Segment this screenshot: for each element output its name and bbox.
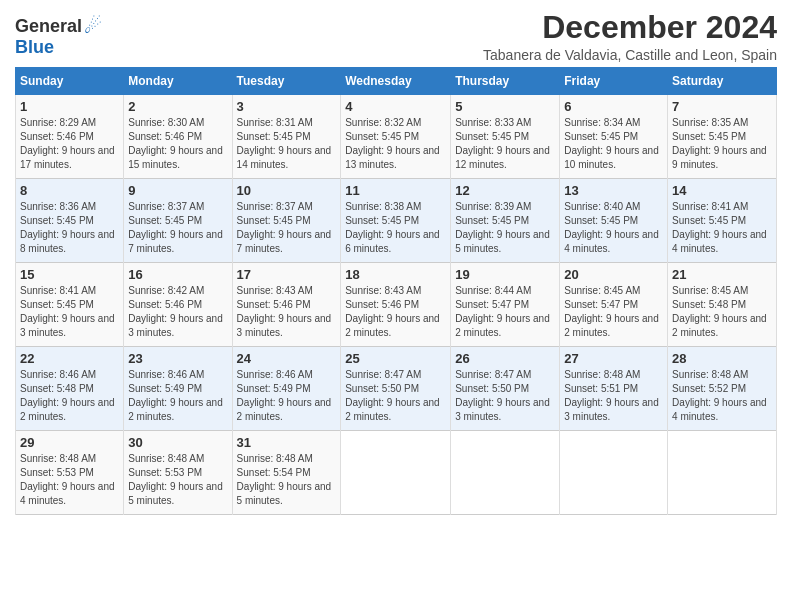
table-row: 25 Sunrise: 8:47 AMSunset: 5:50 PMDaylig… <box>341 347 451 431</box>
col-sunday: Sunday <box>16 68 124 95</box>
logo-general-text: General <box>15 17 82 35</box>
table-row: 12 Sunrise: 8:39 AMSunset: 5:45 PMDaylig… <box>451 179 560 263</box>
table-row: 15 Sunrise: 8:41 AMSunset: 5:45 PMDaylig… <box>16 263 124 347</box>
day-detail: Sunrise: 8:37 AMSunset: 5:45 PMDaylight:… <box>237 201 332 254</box>
table-row: 19 Sunrise: 8:44 AMSunset: 5:47 PMDaylig… <box>451 263 560 347</box>
table-row: 21 Sunrise: 8:45 AMSunset: 5:48 PMDaylig… <box>668 263 777 347</box>
col-friday: Friday <box>560 68 668 95</box>
title-area: December 2024 Tabanera de Valdavia, Cast… <box>483 10 777 63</box>
day-number: 18 <box>345 267 446 282</box>
table-row: 20 Sunrise: 8:45 AMSunset: 5:47 PMDaylig… <box>560 263 668 347</box>
day-detail: Sunrise: 8:40 AMSunset: 5:45 PMDaylight:… <box>564 201 659 254</box>
table-row: 14 Sunrise: 8:41 AMSunset: 5:45 PMDaylig… <box>668 179 777 263</box>
day-detail: Sunrise: 8:46 AMSunset: 5:49 PMDaylight:… <box>237 369 332 422</box>
day-number: 17 <box>237 267 337 282</box>
day-detail: Sunrise: 8:32 AMSunset: 5:45 PMDaylight:… <box>345 117 440 170</box>
col-monday: Monday <box>124 68 232 95</box>
day-detail: Sunrise: 8:30 AMSunset: 5:46 PMDaylight:… <box>128 117 223 170</box>
day-number: 26 <box>455 351 555 366</box>
day-number: 30 <box>128 435 227 450</box>
table-row: 29 Sunrise: 8:48 AMSunset: 5:53 PMDaylig… <box>16 431 124 515</box>
table-row: 13 Sunrise: 8:40 AMSunset: 5:45 PMDaylig… <box>560 179 668 263</box>
calendar-row: 29 Sunrise: 8:48 AMSunset: 5:53 PMDaylig… <box>16 431 777 515</box>
col-tuesday: Tuesday <box>232 68 341 95</box>
day-number: 31 <box>237 435 337 450</box>
day-number: 20 <box>564 267 663 282</box>
day-number: 16 <box>128 267 227 282</box>
page-header: General ☄ Blue December 2024 Tabanera de… <box>15 10 777 63</box>
table-row <box>341 431 451 515</box>
day-detail: Sunrise: 8:48 AMSunset: 5:52 PMDaylight:… <box>672 369 767 422</box>
day-number: 13 <box>564 183 663 198</box>
table-row: 2 Sunrise: 8:30 AMSunset: 5:46 PMDayligh… <box>124 95 232 179</box>
day-number: 6 <box>564 99 663 114</box>
table-row: 6 Sunrise: 8:34 AMSunset: 5:45 PMDayligh… <box>560 95 668 179</box>
day-detail: Sunrise: 8:46 AMSunset: 5:48 PMDaylight:… <box>20 369 115 422</box>
calendar-row: 15 Sunrise: 8:41 AMSunset: 5:45 PMDaylig… <box>16 263 777 347</box>
day-detail: Sunrise: 8:42 AMSunset: 5:46 PMDaylight:… <box>128 285 223 338</box>
location-title: Tabanera de Valdavia, Castille and Leon,… <box>483 47 777 63</box>
table-row: 3 Sunrise: 8:31 AMSunset: 5:45 PMDayligh… <box>232 95 341 179</box>
logo-bird-icon: ☄ <box>84 14 102 38</box>
day-detail: Sunrise: 8:34 AMSunset: 5:45 PMDaylight:… <box>564 117 659 170</box>
table-row: 5 Sunrise: 8:33 AMSunset: 5:45 PMDayligh… <box>451 95 560 179</box>
day-detail: Sunrise: 8:29 AMSunset: 5:46 PMDaylight:… <box>20 117 115 170</box>
day-number: 11 <box>345 183 446 198</box>
day-detail: Sunrise: 8:48 AMSunset: 5:51 PMDaylight:… <box>564 369 659 422</box>
day-number: 22 <box>20 351 119 366</box>
day-number: 24 <box>237 351 337 366</box>
day-number: 1 <box>20 99 119 114</box>
day-detail: Sunrise: 8:48 AMSunset: 5:54 PMDaylight:… <box>237 453 332 506</box>
day-detail: Sunrise: 8:45 AMSunset: 5:48 PMDaylight:… <box>672 285 767 338</box>
day-number: 7 <box>672 99 772 114</box>
day-detail: Sunrise: 8:48 AMSunset: 5:53 PMDaylight:… <box>128 453 223 506</box>
table-row: 17 Sunrise: 8:43 AMSunset: 5:46 PMDaylig… <box>232 263 341 347</box>
header-row: Sunday Monday Tuesday Wednesday Thursday… <box>16 68 777 95</box>
table-row: 22 Sunrise: 8:46 AMSunset: 5:48 PMDaylig… <box>16 347 124 431</box>
col-thursday: Thursday <box>451 68 560 95</box>
day-number: 12 <box>455 183 555 198</box>
table-row: 27 Sunrise: 8:48 AMSunset: 5:51 PMDaylig… <box>560 347 668 431</box>
day-number: 8 <box>20 183 119 198</box>
day-detail: Sunrise: 8:43 AMSunset: 5:46 PMDaylight:… <box>345 285 440 338</box>
day-number: 4 <box>345 99 446 114</box>
col-saturday: Saturday <box>668 68 777 95</box>
table-row: 31 Sunrise: 8:48 AMSunset: 5:54 PMDaylig… <box>232 431 341 515</box>
day-detail: Sunrise: 8:47 AMSunset: 5:50 PMDaylight:… <box>455 369 550 422</box>
day-detail: Sunrise: 8:41 AMSunset: 5:45 PMDaylight:… <box>20 285 115 338</box>
logo-blue-text: Blue <box>15 38 54 56</box>
table-row: 4 Sunrise: 8:32 AMSunset: 5:45 PMDayligh… <box>341 95 451 179</box>
table-row: 24 Sunrise: 8:46 AMSunset: 5:49 PMDaylig… <box>232 347 341 431</box>
table-row: 18 Sunrise: 8:43 AMSunset: 5:46 PMDaylig… <box>341 263 451 347</box>
day-detail: Sunrise: 8:41 AMSunset: 5:45 PMDaylight:… <box>672 201 767 254</box>
day-detail: Sunrise: 8:48 AMSunset: 5:53 PMDaylight:… <box>20 453 115 506</box>
day-number: 14 <box>672 183 772 198</box>
day-detail: Sunrise: 8:31 AMSunset: 5:45 PMDaylight:… <box>237 117 332 170</box>
day-number: 2 <box>128 99 227 114</box>
table-row: 26 Sunrise: 8:47 AMSunset: 5:50 PMDaylig… <box>451 347 560 431</box>
day-number: 23 <box>128 351 227 366</box>
day-number: 19 <box>455 267 555 282</box>
day-detail: Sunrise: 8:35 AMSunset: 5:45 PMDaylight:… <box>672 117 767 170</box>
table-row <box>668 431 777 515</box>
day-number: 21 <box>672 267 772 282</box>
day-detail: Sunrise: 8:39 AMSunset: 5:45 PMDaylight:… <box>455 201 550 254</box>
table-row <box>560 431 668 515</box>
col-wednesday: Wednesday <box>341 68 451 95</box>
table-row: 16 Sunrise: 8:42 AMSunset: 5:46 PMDaylig… <box>124 263 232 347</box>
day-number: 3 <box>237 99 337 114</box>
logo: General ☄ Blue <box>15 10 102 56</box>
day-number: 29 <box>20 435 119 450</box>
table-row: 23 Sunrise: 8:46 AMSunset: 5:49 PMDaylig… <box>124 347 232 431</box>
day-number: 15 <box>20 267 119 282</box>
day-number: 25 <box>345 351 446 366</box>
calendar-row: 8 Sunrise: 8:36 AMSunset: 5:45 PMDayligh… <box>16 179 777 263</box>
day-detail: Sunrise: 8:33 AMSunset: 5:45 PMDaylight:… <box>455 117 550 170</box>
calendar-table: Sunday Monday Tuesday Wednesday Thursday… <box>15 67 777 515</box>
day-detail: Sunrise: 8:37 AMSunset: 5:45 PMDaylight:… <box>128 201 223 254</box>
month-title: December 2024 <box>483 10 777 45</box>
table-row <box>451 431 560 515</box>
day-detail: Sunrise: 8:38 AMSunset: 5:45 PMDaylight:… <box>345 201 440 254</box>
day-detail: Sunrise: 8:43 AMSunset: 5:46 PMDaylight:… <box>237 285 332 338</box>
day-number: 27 <box>564 351 663 366</box>
